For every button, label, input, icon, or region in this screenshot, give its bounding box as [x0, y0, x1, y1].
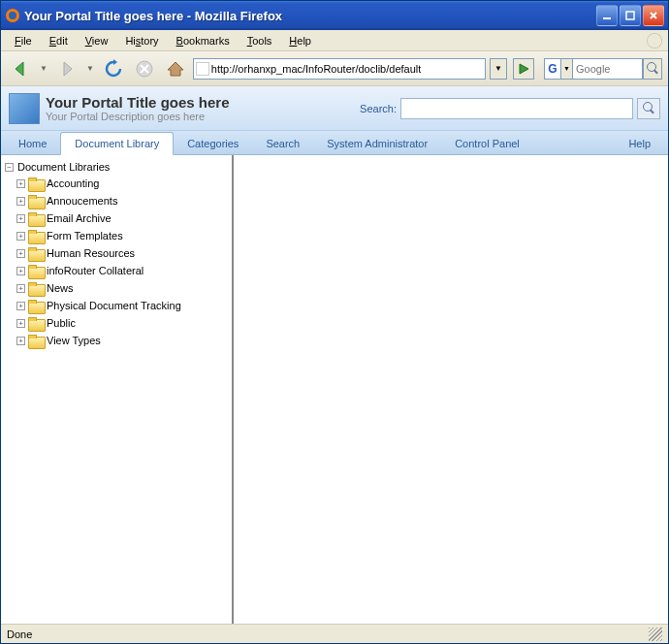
folder-icon: [28, 317, 44, 330]
browser-search-button[interactable]: [643, 58, 662, 80]
tree-item[interactable]: +Accounting: [16, 175, 228, 192]
nav-toolbar: ▼ ▼ ▼ G ▼: [1, 51, 668, 86]
search-engine-icon[interactable]: G: [544, 58, 561, 80]
tree-item-label: Human Resources: [47, 247, 135, 259]
tree-item[interactable]: +Human Resources: [16, 244, 228, 262]
status-bar: Done: [1, 624, 668, 643]
browser-search-input[interactable]: [573, 58, 643, 80]
tab-document-library[interactable]: Document Library: [60, 132, 174, 155]
resize-grip[interactable]: [649, 628, 662, 641]
search-engine-dropdown[interactable]: ▼: [561, 58, 573, 80]
portal-search-button[interactable]: [637, 98, 660, 119]
portal-title: Your Portal Title goes here: [46, 94, 360, 111]
folder-icon: [28, 212, 44, 225]
go-button[interactable]: [513, 58, 534, 80]
tree-item[interactable]: +Physical Document Tracking: [16, 297, 228, 314]
tab-search[interactable]: Search: [252, 133, 313, 154]
tree-item-label: Accounting: [47, 177, 99, 189]
folder-icon: [28, 300, 44, 312]
svg-marker-6: [16, 62, 23, 76]
tree-collapse-root[interactable]: −: [5, 163, 14, 172]
portal-search-label: Search:: [360, 103, 397, 114]
tree-item-label: Annoucements: [47, 195, 117, 207]
home-button[interactable]: [162, 55, 189, 82]
minimize-button[interactable]: [596, 5, 618, 26]
menu-tools[interactable]: Tools: [239, 33, 280, 48]
menubar: File Edit View History Bookmarks Tools H…: [1, 30, 668, 51]
reload-button[interactable]: [100, 55, 127, 82]
folder-icon: [28, 335, 44, 347]
throbber-icon: [647, 33, 662, 48]
svg-marker-8: [113, 59, 117, 65]
content-area: − Document Libraries +Accounting+Annouce…: [1, 155, 668, 624]
forward-button: [53, 55, 80, 82]
tree-expand[interactable]: +: [16, 249, 25, 258]
maximize-button[interactable]: [620, 5, 641, 26]
folder-icon: [28, 195, 44, 208]
tree-item[interactable]: +News: [16, 279, 228, 297]
svg-rect-2: [603, 17, 611, 19]
url-dropdown[interactable]: ▼: [490, 58, 507, 80]
tree-expand[interactable]: +: [16, 284, 25, 293]
tree-expand[interactable]: +: [16, 337, 25, 345]
browser-search: G ▼: [544, 58, 662, 80]
svg-point-1: [9, 12, 16, 19]
tree-expand[interactable]: +: [16, 214, 25, 223]
tree-item-label: Physical Document Tracking: [47, 300, 181, 311]
close-button[interactable]: [643, 5, 664, 26]
back-history-dropdown[interactable]: ▼: [38, 64, 49, 73]
tree-item-label: Email Archive: [47, 212, 112, 224]
portal-description: Your Portal Description goes here: [46, 111, 360, 122]
tree-item-label: Form Templates: [47, 230, 123, 242]
tree-item[interactable]: +infoRouter Collateral: [16, 262, 228, 279]
tree-item[interactable]: +Annoucements: [16, 192, 228, 209]
tab-help[interactable]: Help: [615, 133, 664, 154]
tree-expand[interactable]: +: [16, 232, 25, 241]
tree-item[interactable]: +View Types: [16, 332, 228, 349]
tree-item[interactable]: +Form Templates: [16, 227, 228, 244]
back-button[interactable]: [7, 55, 34, 82]
portal-search-input[interactable]: [400, 98, 633, 119]
tab-control-panel[interactable]: Control Panel: [441, 133, 533, 154]
portal-logo: [9, 93, 40, 124]
tree-item[interactable]: +Email Archive: [16, 209, 228, 227]
tab-system-administrator[interactable]: System Administrator: [313, 133, 441, 154]
tree-panel: − Document Libraries +Accounting+Annouce…: [1, 155, 234, 624]
tree-expand[interactable]: +: [16, 267, 25, 275]
status-text: Done: [7, 628, 32, 640]
menu-file[interactable]: File: [7, 33, 40, 48]
stop-button: [131, 55, 158, 82]
tree-item-label: News: [47, 282, 74, 294]
search-icon: [643, 102, 655, 114]
tree-expand[interactable]: +: [16, 179, 25, 188]
tab-categories[interactable]: Categories: [174, 133, 252, 154]
firefox-icon: [5, 8, 20, 23]
search-icon: [647, 62, 659, 75]
svg-marker-12: [168, 62, 183, 76]
menu-bookmarks[interactable]: Bookmarks: [169, 33, 238, 48]
tree-root-label[interactable]: Document Libraries: [17, 161, 110, 173]
tab-home[interactable]: Home: [5, 133, 60, 154]
svg-marker-13: [520, 64, 528, 74]
page-icon: [196, 62, 209, 76]
svg-rect-3: [626, 12, 634, 19]
window-title: Your Portal Title goes here - Mozilla Fi…: [24, 9, 596, 23]
content-panel: [234, 155, 668, 624]
tree-item-label: infoRouter Collateral: [47, 265, 143, 276]
menu-view[interactable]: View: [78, 33, 116, 48]
tree-item-label: Public: [47, 317, 76, 329]
menu-edit[interactable]: Edit: [42, 33, 76, 48]
portal-header: Your Portal Title goes here Your Portal …: [1, 86, 668, 131]
tree-expand[interactable]: +: [16, 197, 25, 206]
tree-item-label: View Types: [47, 335, 101, 346]
tree-expand[interactable]: +: [16, 302, 25, 310]
url-input[interactable]: [211, 60, 483, 78]
forward-history-dropdown[interactable]: ▼: [84, 64, 96, 73]
tree-item[interactable]: +Public: [16, 314, 228, 332]
folder-icon: [28, 177, 44, 190]
menu-help[interactable]: Help: [281, 33, 319, 48]
window-titlebar: Your Portal Title goes here - Mozilla Fi…: [1, 1, 668, 30]
tree-expand[interactable]: +: [16, 319, 25, 328]
menu-history[interactable]: History: [117, 33, 166, 48]
url-bar[interactable]: [193, 58, 486, 80]
